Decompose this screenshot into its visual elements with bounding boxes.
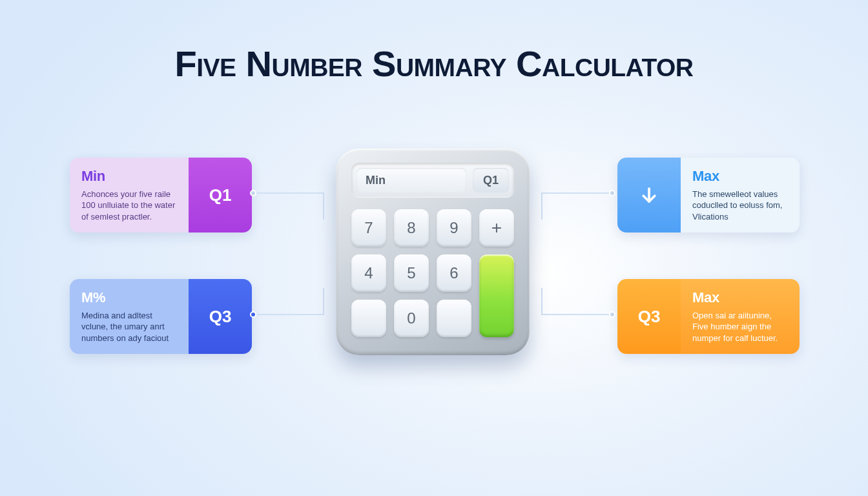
key-6[interactable]: 6 [437,254,471,292]
key-4[interactable]: 4 [351,254,386,292]
connector-right-top [541,192,612,194]
connector-dot [609,311,615,318]
key-blank-left[interactable] [351,300,386,337]
badge-q3-right: Q3 [617,279,681,354]
calculator-keypad: 7 8 9 + 4 5 6 0 [351,209,514,337]
badge-q3-left: Q3 [189,279,252,354]
card-median-title: M% [81,288,178,307]
card-max-top-desc: Max The smewelleot values coduclled to e… [681,158,800,232]
screen-main: Min [356,168,466,192]
card-max-bottom: Q3 Max Open sai ar aiitunine, Five humbe… [617,279,800,354]
card-min-text: Achonces your five raile 100 unlluiate t… [81,189,178,223]
arrow-down-icon [639,185,659,205]
card-median-desc: M% Medina and adltest vclune, the umary … [70,279,189,354]
card-min-q1: Min Achonces your five raile 100 unlluia… [70,158,252,232]
card-max-bottom-desc: Max Open sai ar aiitunine, Five humber a… [681,279,800,354]
page-title: Five Number Summary Calculator [0,43,868,85]
card-max-top-title: Max [692,167,789,186]
card-median-q3: M% Medina and adltest vclune, the umary … [70,279,252,354]
card-min-desc: Min Achonces your five raile 100 unlluia… [70,158,189,232]
connector-left-top [253,192,324,194]
card-max-bottom-text: Open sai ar aiitunine, Five humber aign … [692,310,789,344]
key-plus[interactable]: + [479,209,514,247]
card-min-title: Min [81,167,178,186]
card-median-text: Medina and adltest vclune, the umary anr… [81,310,178,344]
connector-dot [250,311,256,318]
connector-left-bottom [253,314,324,315]
connector-right-bottom [541,314,612,315]
screen-side: Q1 [473,168,509,192]
badge-arrow-down [617,158,681,232]
card-max-top: Max The smewelleot values coduclled to e… [617,158,800,232]
connector-dot [250,190,256,196]
calculator-screen: Min Q1 [351,163,514,198]
card-max-bottom-title: Max [692,288,789,307]
calculator: Min Q1 7 8 9 + 4 5 6 0 [336,149,530,355]
key-0[interactable]: 0 [394,300,429,337]
key-8[interactable]: 8 [394,209,429,247]
badge-q1: Q1 [189,158,252,232]
key-5[interactable]: 5 [394,254,429,292]
connector-dot [609,190,615,196]
key-9[interactable]: 9 [437,209,471,247]
card-max-top-text: The smewelleot values coduclled to eolus… [692,189,789,223]
key-7[interactable]: 7 [351,209,386,247]
key-blank-right[interactable] [437,300,471,337]
key-enter[interactable] [479,254,514,337]
